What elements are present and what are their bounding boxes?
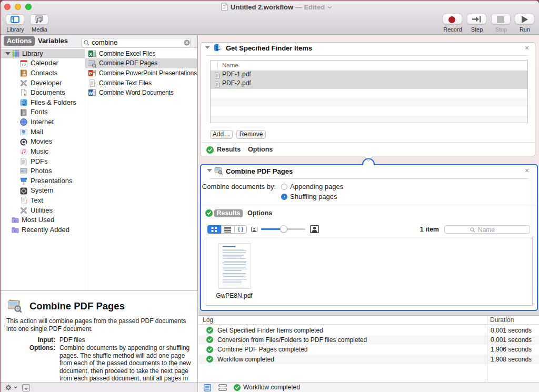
svg-text:F: F <box>23 110 25 115</box>
svg-text:P: P <box>89 71 92 76</box>
svg-text:X: X <box>89 51 92 56</box>
svg-text:17: 17 <box>22 62 26 67</box>
svg-text:W: W <box>88 91 93 96</box>
